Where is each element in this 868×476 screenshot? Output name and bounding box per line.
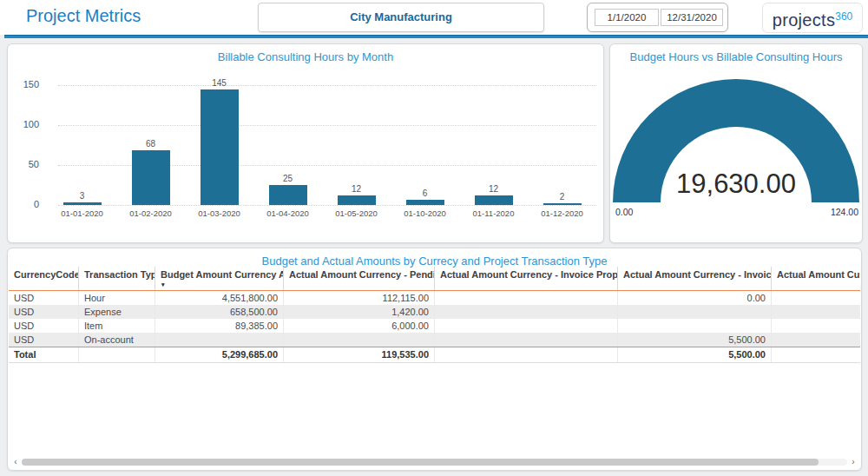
y-tick-label: 50 [8, 159, 39, 169]
bar-value-label: 6 [391, 188, 459, 198]
table-cell: Hour [79, 291, 155, 305]
bar[interactable] [269, 185, 307, 205]
bar-chart-title: Billable Consulting Hours by Month [8, 50, 603, 63]
top-bar: Project Metrics City Manufacturing 1/1/2… [0, 0, 868, 35]
table-cell: On-account [79, 333, 155, 347]
table-cell: 89,385.00 [155, 319, 284, 333]
column-header[interactable]: Actual Amount Currency - Invoice Proposa… [435, 267, 618, 290]
total-cell [435, 347, 618, 362]
table-row[interactable]: USDHour4,551,800.00112,115.000.00 [9, 291, 860, 305]
table-title: Budget and Actual Amounts by Currecy and… [8, 255, 861, 268]
x-tick-label: 01-01-2020 [48, 208, 116, 218]
bar-slot: 68 [116, 85, 185, 205]
date-from-input[interactable]: 1/1/2020 [595, 9, 659, 26]
table-cell: USD [9, 333, 79, 347]
table-cell [618, 305, 772, 319]
bar[interactable] [475, 195, 513, 205]
bar-chart-panel: Billable Consulting Hours by Month 15010… [7, 43, 604, 243]
bar-slot: 12 [322, 85, 391, 205]
bar-slot: 25 [253, 85, 322, 205]
scroll-left-icon[interactable]: ‹ [10, 458, 21, 466]
table-cell [435, 305, 618, 319]
bar-value-label: 68 [116, 139, 185, 149]
bar[interactable] [338, 195, 376, 205]
table-cell [155, 333, 284, 347]
table-row[interactable]: USDExpense658,500.001,420.00 [9, 305, 860, 319]
bar[interactable] [63, 202, 102, 205]
table-header-row: CurrencyCodeTransaction TypeBudget Amoun… [9, 267, 860, 291]
scrollbar-track[interactable] [22, 459, 847, 466]
table-cell [435, 333, 618, 347]
bar-slot: 3 [48, 85, 116, 205]
bar[interactable] [406, 200, 444, 205]
bar-slot: 12 [459, 85, 528, 205]
total-cell [772, 347, 860, 362]
column-header[interactable]: Transaction Type [79, 267, 155, 290]
column-header[interactable]: Actual Amount Currency - Invoiced [618, 267, 772, 290]
header-divider-rule [4, 35, 868, 38]
table-cell: 0.00 [618, 291, 772, 305]
logo-text: projects [773, 10, 835, 30]
date-range-slicer: 1/1/2020 12/31/2020 [587, 3, 728, 32]
table-cell: 5,500.00 [618, 333, 772, 347]
amounts-table: CurrencyCodeTransaction TypeBudget Amoun… [9, 267, 860, 363]
table-cell [435, 291, 618, 305]
table-cell [435, 319, 618, 333]
bar-value-label: 12 [322, 184, 391, 194]
table-cell [772, 319, 860, 333]
bar-chart-xaxis: 01-01-202001-02-202001-03-202001-04-2020… [48, 208, 596, 218]
page-title: Project Metrics [26, 6, 141, 26]
bar[interactable] [543, 203, 582, 205]
x-tick-label: 01-04-2020 [253, 208, 322, 218]
bar-value-label: 12 [459, 184, 528, 194]
bar[interactable] [132, 150, 170, 205]
table-cell: 6,000.00 [284, 319, 435, 333]
sort-desc-icon: ▾ [161, 278, 165, 290]
table-cell [772, 305, 860, 319]
x-tick-label: 01-10-2020 [391, 208, 459, 218]
column-header[interactable]: Actual Amount Curre [772, 267, 860, 290]
y-tick-label: 0 [8, 199, 39, 209]
y-tick-label: 100 [8, 119, 39, 129]
x-tick-label: 01-02-2020 [116, 208, 185, 218]
table-cell [618, 319, 772, 333]
bar-value-label: 2 [528, 192, 596, 202]
total-cell: Total [9, 347, 79, 362]
table-total-row: Total5,299,685.00119,535.005,500.00 [9, 347, 860, 363]
gridline [58, 205, 596, 206]
table-cell: USD [9, 291, 79, 305]
bar-slot: 145 [185, 85, 253, 205]
bar[interactable] [201, 89, 239, 205]
bar-slot: 6 [391, 85, 459, 205]
scroll-right-icon[interactable]: › [848, 458, 858, 466]
bar-slot: 2 [528, 85, 596, 205]
bar-chart-yaxis: 150100500 [8, 44, 43, 209]
date-to-input[interactable]: 12/31/2020 [661, 9, 723, 26]
table-panel: Budget and Actual Amounts by Currecy and… [7, 248, 862, 471]
x-tick-label: 01-12-2020 [528, 208, 596, 218]
table-cell: USD [9, 305, 79, 319]
bar-value-label: 3 [48, 191, 116, 201]
table-row[interactable]: USDItem89,385.006,000.00 [9, 319, 860, 333]
total-cell: 5,500.00 [618, 347, 772, 362]
y-tick-label: 150 [8, 79, 39, 89]
column-header[interactable]: Budget Amount Currency All▾ [155, 267, 284, 290]
company-filter-dropdown[interactable]: City Manufacturing [258, 3, 544, 32]
total-cell: 5,299,685.00 [155, 347, 284, 362]
bar-chart-bars: 36814525126122 [48, 85, 596, 205]
table-cell: Item [79, 319, 155, 333]
logo-superscript: 360 [835, 10, 852, 23]
bar-chart-plot: 36814525126122 [48, 85, 596, 205]
column-header[interactable]: CurrencyCode [9, 267, 79, 290]
bar-value-label: 145 [185, 78, 253, 88]
gauge-max-label: 124.00 [831, 207, 858, 217]
gauge-value: 19,630.00 [610, 169, 862, 200]
table-body: USDHour4,551,800.00112,115.000.00USDExpe… [9, 291, 860, 347]
column-header[interactable]: Actual Amount Currency - Pending [284, 267, 435, 290]
scrollbar-thumb[interactable] [22, 459, 819, 466]
table-cell [772, 333, 860, 347]
horizontal-scrollbar: ‹ › [10, 458, 858, 466]
table-row[interactable]: USDOn-account5,500.00 [9, 333, 860, 347]
table-cell: 112,115.00 [284, 291, 435, 305]
total-cell [79, 347, 155, 362]
